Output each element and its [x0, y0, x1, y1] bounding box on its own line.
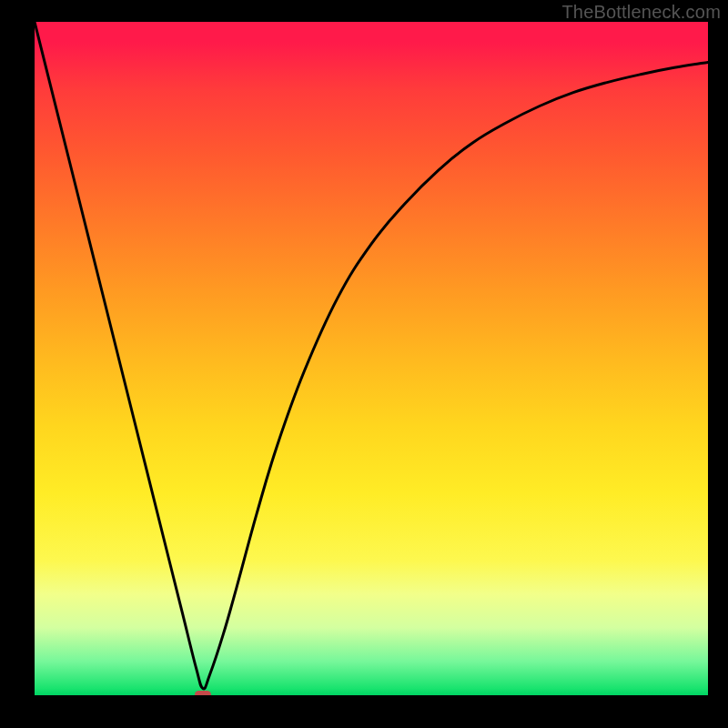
- curve-path: [35, 22, 708, 689]
- plot-area: [35, 22, 708, 695]
- chart-frame: TheBottleneck.com: [0, 0, 728, 728]
- bottleneck-curve: [35, 22, 708, 695]
- dip-marker: [195, 691, 211, 695]
- watermark-text: TheBottleneck.com: [561, 2, 721, 23]
